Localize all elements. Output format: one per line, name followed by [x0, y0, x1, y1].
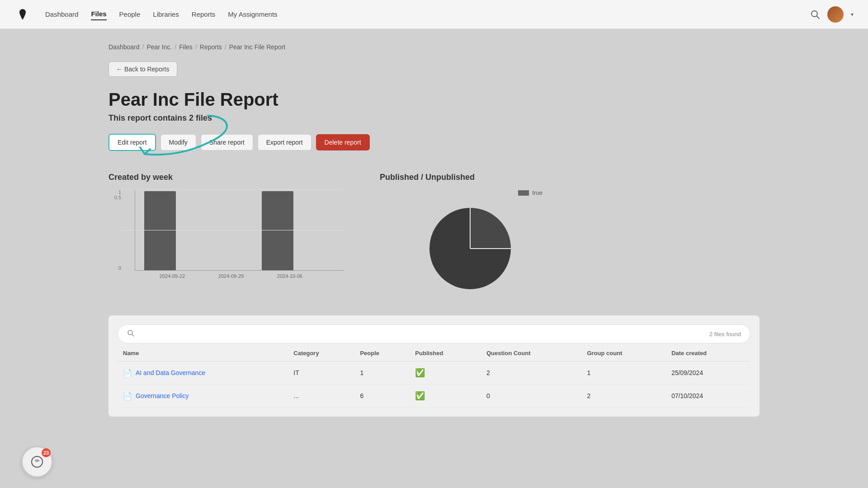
- nav-reports[interactable]: Reports: [192, 9, 216, 20]
- export-report-button[interactable]: Export report: [258, 134, 311, 150]
- table-header-row: Name Category People Published Question …: [118, 345, 750, 361]
- cell-date-created-0: 25/09/2024: [666, 361, 750, 385]
- cell-group-count-1: 2: [581, 385, 666, 408]
- cell-group-count-0: 1: [581, 361, 666, 385]
- delete-report-button[interactable]: Delete report: [316, 134, 370, 150]
- breadcrumb-dashboard[interactable]: Dashboard: [108, 43, 140, 51]
- col-question-count: Question Count: [481, 345, 581, 361]
- bar-group-1: [144, 191, 176, 270]
- page-subtitle: This report contains 2 files: [108, 113, 760, 123]
- navigation: Dashboard Files People Libraries Reports…: [0, 0, 868, 29]
- y-label-2: 0.5: [108, 195, 121, 200]
- action-buttons: Edit report Modify Share report Export r…: [108, 134, 760, 151]
- breadcrumb-sep-4: /: [225, 43, 226, 51]
- bar-label-1: 2024-09-22: [156, 273, 188, 279]
- breadcrumb-sep-2: /: [175, 43, 176, 51]
- cell-people-0: 1: [354, 361, 410, 385]
- pie-chart-svg-wrapper: [380, 203, 561, 294]
- file-name-0: AI and Data Governance: [136, 369, 205, 376]
- y-label-1: 1: [108, 189, 121, 195]
- breadcrumb-current: Pear Inc File Report: [229, 43, 286, 51]
- back-to-reports-button[interactable]: ← Back to Reports: [108, 61, 177, 77]
- breadcrumb: Dashboard / Pear Inc. / Files / Reports …: [108, 43, 760, 51]
- table-row: 📄 AI and Data Governance IT 1 ✅ 2 1 25/0…: [118, 361, 750, 385]
- cell-category-1: ...: [288, 385, 354, 408]
- nav-my-assignments[interactable]: My Assignments: [228, 9, 277, 20]
- svg-line-1: [817, 16, 820, 19]
- search-icon-table: [127, 329, 134, 338]
- col-date-created: Date created: [666, 345, 750, 361]
- breadcrumb-sep-3: /: [195, 43, 197, 51]
- cell-name-1: 📄 Governance Policy: [118, 385, 288, 408]
- file-link-0[interactable]: 📄 AI and Data Governance: [123, 369, 283, 377]
- bar-label-2: 2024-09-29: [215, 273, 247, 279]
- cell-published-0: ✅: [410, 361, 481, 385]
- pie-legend: true: [380, 189, 542, 196]
- nav-right: ▾: [810, 6, 854, 23]
- modify-button[interactable]: Modify: [160, 134, 196, 150]
- edit-report-button[interactable]: Edit report: [108, 134, 156, 151]
- bar-chart-title: Created by week: [108, 173, 344, 182]
- file-icon-1: 📄: [123, 392, 132, 400]
- nav-files[interactable]: Files: [91, 8, 106, 20]
- notification-badge: 23: [42, 448, 51, 457]
- file-name-1: Governance Policy: [136, 392, 189, 399]
- bar-label-3: 2024-10-06: [274, 273, 306, 279]
- files-found: 2 files found: [709, 331, 741, 338]
- col-name: Name: [118, 345, 288, 361]
- cell-name-0: 📄 AI and Data Governance: [118, 361, 288, 385]
- breadcrumb-files[interactable]: Files: [179, 43, 193, 51]
- cell-category-0: IT: [288, 361, 354, 385]
- col-published: Published: [410, 345, 481, 361]
- svg-line-6: [132, 334, 134, 336]
- pie-chart-svg: [425, 203, 515, 294]
- cell-question-count-1: 0: [481, 385, 581, 408]
- logo[interactable]: [14, 6, 31, 23]
- search-input[interactable]: [139, 330, 709, 338]
- charts-section: Created by week 1 0.5 0: [108, 173, 760, 294]
- table-row: 📄 Governance Policy ... 6 ✅ 0 2 07/10/20…: [118, 385, 750, 408]
- avatar[interactable]: [827, 6, 844, 23]
- breadcrumb-sep-1: /: [142, 43, 144, 51]
- files-table: Name Category People Published Question …: [118, 345, 750, 408]
- chat-widget[interactable]: 23: [22, 446, 52, 477]
- pie-chart-container: Published / Unpublished true: [380, 173, 561, 294]
- cell-question-count-0: 2: [481, 361, 581, 385]
- nav-dashboard[interactable]: Dashboard: [45, 9, 78, 20]
- cell-date-created-1: 07/10/2024: [666, 385, 750, 408]
- search-bar-container: 2 files found: [118, 324, 750, 343]
- pie-chart-title: Published / Unpublished: [380, 173, 561, 182]
- cell-published-1: ✅: [410, 385, 481, 408]
- table-section: 2 files found Name Category People Publi…: [108, 315, 760, 417]
- bar-chart-container: Created by week 1 0.5 0: [108, 173, 344, 289]
- y-label-3: 0: [108, 265, 121, 271]
- file-icon-0: 📄: [123, 369, 132, 377]
- col-group-count: Group count: [581, 345, 666, 361]
- chevron-down-icon[interactable]: ▾: [851, 11, 854, 18]
- main-content: Dashboard / Pear Inc. / Files / Reports …: [0, 29, 868, 453]
- published-check-icon: ✅: [415, 368, 425, 377]
- col-people: People: [354, 345, 410, 361]
- bar-group-3: [262, 191, 293, 270]
- breadcrumb-pear-inc[interactable]: Pear Inc.: [146, 43, 172, 51]
- nav-links: Dashboard Files People Libraries Reports…: [45, 8, 796, 20]
- search-icon[interactable]: [810, 9, 820, 19]
- breadcrumb-reports[interactable]: Reports: [200, 43, 222, 51]
- bar-3: [262, 191, 293, 270]
- col-category: Category: [288, 345, 354, 361]
- nav-people[interactable]: People: [119, 9, 141, 20]
- file-link-1[interactable]: 📄 Governance Policy: [123, 392, 283, 400]
- legend-label: true: [533, 189, 542, 196]
- published-check-icon: ✅: [415, 391, 425, 400]
- cell-people-1: 6: [354, 385, 410, 408]
- nav-libraries[interactable]: Libraries: [153, 9, 179, 20]
- share-report-button[interactable]: Share report: [201, 134, 253, 150]
- legend-color-box: [518, 190, 529, 196]
- page-title: Pear Inc File Report: [108, 89, 760, 110]
- bar-1: [144, 191, 176, 270]
- chat-icon: [30, 455, 44, 469]
